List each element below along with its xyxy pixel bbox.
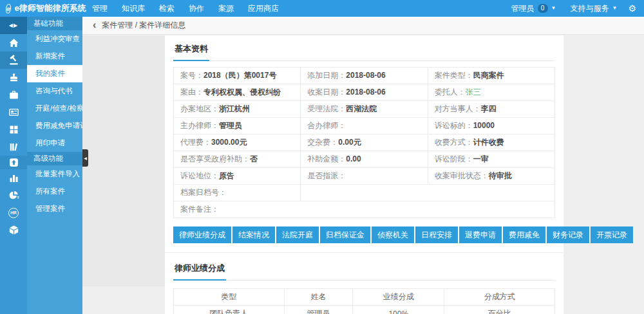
client-link[interactable]: 张三 [466,88,481,97]
grid-icon[interactable] [0,121,27,138]
commission-title: 律师业绩分成 [173,253,226,281]
sidebar-item[interactable]: 我的案件 [27,65,82,82]
case-tab-button[interactable]: 开票记录 [591,226,633,243]
info-cell: 案件类型：民商案件 [428,68,554,84]
collapse-arrows-icon[interactable]: ◀▶ [0,17,27,34]
field-label: 补助金额 [307,154,338,163]
info-row: 案由：专利权权属、侵权纠纷收案日期：2018-08-06委托人：张三 [174,84,555,101]
basic-info-table: 案号：2018（民）第0017号添加日期：2018-08-06案件类型：民商案件… [173,67,555,218]
field-value: 专利权权属、侵权纠纷 [204,88,281,97]
field-value: 2018-08-06 [346,88,385,97]
case-tab-button[interactable]: 归档保证金 [320,226,370,243]
field-label: 诉讼阶段 [435,154,466,163]
commission-section-header: 律师业绩分成 [173,253,555,281]
sidebar-item[interactable]: 所有案件 [27,183,82,200]
upload-box-icon[interactable] [0,156,27,169]
sidebar-item[interactable]: 利益冲突审查 [27,30,82,48]
brand-logo[interactable]: e e律师智能律所系统 [0,3,85,14]
commission-cell: 团队负责人 [174,306,285,314]
sidebar-item[interactable]: 用印申请 [27,134,82,152]
field-value: 3000.00元 [211,138,247,147]
field-label: 收案审批状态 [435,171,481,180]
info-cell: 诉讼地位：原告 [174,168,301,185]
info-cell [301,185,555,201]
field-label: 案件备注 [180,205,211,214]
user-menu[interactable]: 管理员 0 ▼ [504,0,564,17]
case-tab-button[interactable]: 财务记录 [547,226,589,243]
case-tab-button[interactable]: 退费申请 [459,226,502,243]
case-action-buttons: 律师业绩分成结案情况法院开庭归档保证金侦察机关日程安排退费申请费用减免财务记录开… [173,226,555,243]
info-row: 诉讼地位：原告是否指派：收案审批状态：待审批 [174,168,555,185]
bar-chart-icon[interactable] [0,169,27,187]
info-cell: 交杂费：0.00元 [301,134,428,151]
back-icon[interactable]: ‹ [93,20,96,30]
home-icon[interactable] [0,34,27,51]
commission-cell: 100% [353,306,444,314]
case-tab-button[interactable]: 日程安排 [415,226,458,243]
sidebar-item[interactable]: 管理案件 [27,200,82,217]
field-value: 浙江杭州 [219,104,250,113]
sidebar-item[interactable]: 费用减免申请记录 [27,117,82,134]
sidebar-item[interactable]: 开庭/侦查/检察 [27,100,82,117]
briefcase-icon[interactable] [0,86,27,104]
case-tab-button[interactable]: 费用减免 [503,226,545,243]
commission-table: 类型姓名业绩分成分成方式 团队负责人管理员100%百分比 [173,288,555,314]
topnav-item[interactable]: 协作 [182,0,211,17]
basic-info-section-header: 基本资料 [173,35,555,61]
info-cell: 合办律师： [301,118,428,134]
field-value: 一审 [473,154,489,163]
field-label: 委托人 [435,88,458,97]
case-tab-button[interactable]: 侦察机关 [372,226,414,243]
info-row: 办案地区：浙江杭州受理法院：西湖法院对方当事人：李四 [174,101,555,118]
case-tab-button[interactable]: 法院开庭 [276,226,319,243]
sidebar-collapse-handle[interactable]: ◀ [82,149,88,167]
info-row: 代理费：3000.00元交杂费：0.00元收费方式：计件收费 [174,134,555,151]
breadcrumb-path[interactable]: 案件管理 / 案件详细信息 [102,20,185,31]
field-label: 案由 [180,88,196,97]
cube-icon[interactable] [0,221,27,239]
info-cell: 档案归档号： [174,185,301,201]
topnav-item[interactable]: 应用商店 [241,0,286,17]
topbar-right: 管理员 0 ▼ 支持与服务 ▼ ⚙ [504,0,644,17]
field-value: 李四 [481,104,497,113]
info-cell: 收费方式：计件收费 [428,134,554,151]
info-cell: 收案审批状态：待审批 [428,168,554,185]
commission-cell: 管理员 [284,306,353,314]
topnav-item[interactable]: 知识库 [115,0,152,17]
info-cell: 委托人：张三 [428,84,554,101]
sidebar-item[interactable]: 批量案件导入 [27,165,82,183]
breadcrumb: ‹ 案件管理 / 案件详细信息 [82,17,644,35]
id-card-icon[interactable] [0,104,27,121]
sidebar-item[interactable]: 咨询与代书 [27,82,82,100]
hr-badge-icon[interactable]: HR [0,204,27,221]
topnav-item[interactable]: 检索 [152,0,182,17]
gavel-icon[interactable] [0,51,27,69]
commission-header-cell: 分成方式 [444,289,555,306]
notification-badge: 0 [538,4,548,13]
field-label: 档案归档号 [180,188,219,197]
topnav-item[interactable]: 管理 [85,0,115,17]
info-cell: 添加日期：2018-08-06 [301,68,428,84]
field-value: 原告 [219,171,234,180]
topnav-item[interactable]: 案源 [211,0,241,17]
books-icon[interactable] [0,138,27,156]
gear-icon[interactable]: ⚙ [624,0,636,17]
field-label: 受理法院 [307,104,338,113]
stamp-icon[interactable] [0,69,27,86]
case-tab-button[interactable]: 结案情况 [232,226,275,243]
info-cell: 是否指派： [301,168,428,185]
field-label: 案号 [180,71,196,80]
commission-header-cell: 类型 [174,289,285,306]
sidebar-item[interactable]: 新增案件 [27,48,82,65]
basic-info-title: 基本资料 [173,35,209,61]
pie-chart-icon[interactable] [0,187,27,204]
app-window: e e律师智能律所系统 管理知识库检索协作案源应用商店 管理员 0 ▼ 支持与服… [0,0,644,314]
info-cell: 案件备注： [174,201,555,218]
chevron-down-icon: ▼ [612,0,618,17]
field-value: 西湖法院 [346,104,377,113]
collapsed-subpanel [82,35,165,286]
field-value: 待审批 [489,171,512,180]
support-menu[interactable]: 支持与服务 ▼ [564,0,625,17]
case-tab-button[interactable]: 律师业绩分成 [173,226,231,243]
top-bar: e e律师智能律所系统 管理知识库检索协作案源应用商店 管理员 0 ▼ 支持与服… [0,0,644,17]
